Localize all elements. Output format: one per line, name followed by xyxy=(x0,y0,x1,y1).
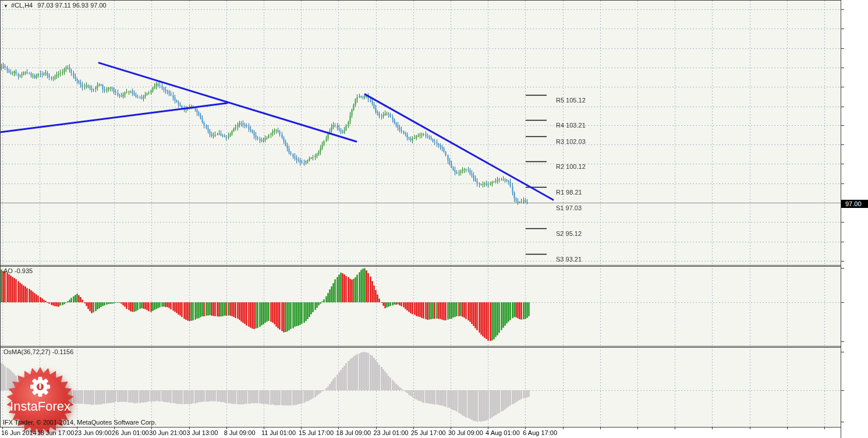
time-tick-label: 4 Aug 01:00 xyxy=(486,429,520,436)
time-tick-label: 16 Jun 2014 xyxy=(1,429,37,436)
time-tick-label: 3 Jul 13:00 xyxy=(187,429,218,436)
time-tick-label: 18 Jul 09:00 xyxy=(336,429,371,436)
instaforex-watermark-logo: InstaForex xyxy=(1,362,79,438)
osma-indicator-label: OsMA(36,72,27) -0.1156 xyxy=(3,348,73,356)
sr-level-label: S1 97.03 xyxy=(556,204,582,211)
mt4-chart-window: { "header": { "dropdown_glyph": "▼", "sy… xyxy=(0,0,868,438)
copyright-text: IFX Trader, © 2001-2014, MetaQuotes Soft… xyxy=(3,419,157,426)
osma-indicator-value: -0.1156 xyxy=(52,348,74,355)
time-tick-label: 26 Jun 01:00 xyxy=(112,429,149,436)
price-axis[interactable]: 111.50110.05108.60107.15105.70104.25102.… xyxy=(841,0,868,427)
time-tick-label: 11 Jul 01:00 xyxy=(261,429,296,436)
current-price-tag: 97.00 xyxy=(841,200,868,208)
chart-title: ▼#CL,H497.03 97.11 96.93 97.00 xyxy=(3,2,107,10)
instaforex-gear-icon xyxy=(30,377,50,397)
time-tick-label: 15 Jul 17:00 xyxy=(299,429,334,436)
sr-level-label: S3 93.21 xyxy=(556,256,582,263)
time-tick-label: 23 Jul 01:00 xyxy=(374,429,409,436)
time-tick-label: 18 Jun 17:00 xyxy=(37,429,75,436)
osma-indicator-name: OsMA(36,72,27) xyxy=(3,348,51,355)
time-tick-label: 23 Jun 09:00 xyxy=(75,429,112,436)
time-tick-label: 25 Jul 17:00 xyxy=(411,429,446,436)
sr-level-label: R3 102.03 xyxy=(556,138,586,145)
sr-level-label: R4 103.21 xyxy=(556,122,586,129)
ao-indicator-label: AO -0.935 xyxy=(3,267,33,275)
time-tick-label: 8 Jul 09:00 xyxy=(224,429,256,436)
time-tick-label: 30 Jul 09:00 xyxy=(448,429,483,436)
price-chart-canvas[interactable] xyxy=(0,0,868,438)
logo-text: InstaForex xyxy=(10,399,70,414)
sr-level-label: S2 95.12 xyxy=(556,230,582,237)
sr-level-label: R2 100.12 xyxy=(556,163,586,170)
time-tick-label: 30 Jun 21:00 xyxy=(149,429,186,436)
chart-ohlc-values: 97.03 97.11 96.93 97.00 xyxy=(37,2,106,9)
symbol-dropdown-icon[interactable]: ▼ xyxy=(3,3,8,9)
chart-symbol: #CL,H4 xyxy=(11,2,33,9)
sr-level-label: R1 98.21 xyxy=(556,189,582,196)
ao-indicator-value: -0.935 xyxy=(15,267,33,274)
time-tick-label: 6 Aug 17:00 xyxy=(523,429,557,436)
sr-level-label: R5 105.12 xyxy=(556,97,586,104)
ao-indicator-name: AO xyxy=(3,267,13,274)
